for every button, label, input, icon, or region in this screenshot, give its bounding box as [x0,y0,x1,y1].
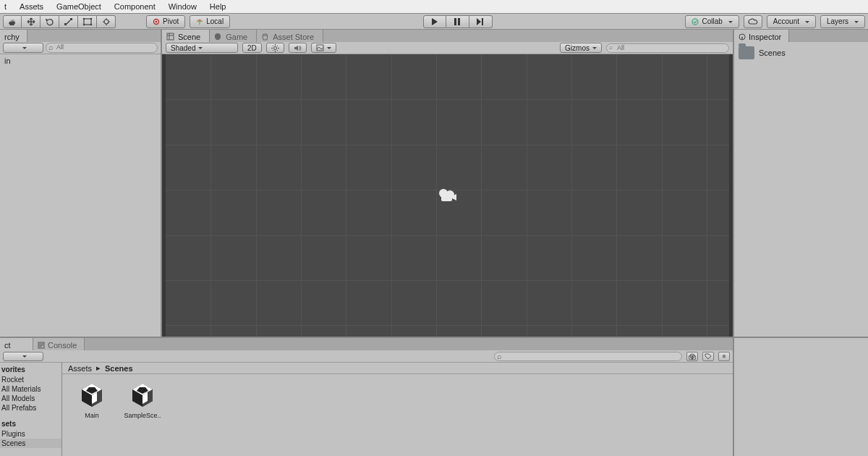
asset-label: SampleSce.. [124,412,161,419]
store-icon [261,33,269,41]
pivot-label: Pivot [163,17,179,25]
breadcrumb-assets[interactable]: Assets [68,364,92,373]
local-icon [196,18,203,25]
move-tool[interactable] [22,15,41,28]
asset-grid[interactable]: Main SampleSce.. [62,374,733,456]
breadcrumb-scenes[interactable]: Scenes [105,364,133,373]
project-tree[interactable]: vorites Rocket All Materials All Models … [0,363,62,456]
top-toolbar: Pivot Local Collab Account Layers [0,14,868,30]
svg-rect-10 [454,18,456,25]
hierarchy-panel: rchy All in [0,30,162,337]
svg-point-13 [692,19,698,25]
project-search[interactable] [494,352,682,361]
scene-fx-toggle[interactable] [311,43,336,53]
asset-label: Main [85,412,99,419]
svg-rect-19 [441,195,452,201]
scene-toolbar: Shaded 2D Gizmos ⌕All [162,42,733,54]
account-dropdown[interactable]: Account [767,15,816,28]
hierarchy-search[interactable]: All [46,43,158,53]
play-button[interactable] [423,15,446,28]
tree-item-scenes[interactable]: Scenes [0,439,61,448]
svg-rect-0 [64,23,67,25]
unity-scene-icon [77,380,107,410]
scene-search[interactable]: ⌕All [606,43,729,53]
svg-point-5 [82,23,85,25]
scene-tab[interactable]: Scene [162,30,210,42]
scene-lighting-toggle[interactable] [266,43,284,53]
scene-2d-toggle[interactable]: 2D [242,43,262,53]
scene-tabbar: Scene Game Asset Store [162,30,733,42]
hierarchy-scene-item[interactable]: in [0,56,161,66]
unity-scene-icon [127,380,158,410]
asset-store-tab[interactable]: Asset Store [257,30,323,42]
breadcrumb: Assets ▸ Scenes [62,363,733,374]
favorite-button[interactable] [718,352,730,361]
transform-tools [3,15,116,28]
project-tabbar: ct Console [0,338,733,350]
hierarchy-tab[interactable]: rchy [0,30,27,42]
project-content: Assets ▸ Scenes Main Sa [62,363,733,456]
scene-panel: Scene Game Asset Store Shaded 2D Gizmos … [162,30,734,337]
inspector-folder-row[interactable]: Scenes [739,46,864,59]
asset-item[interactable]: Main [74,380,110,450]
cloud-button[interactable] [744,15,762,28]
gizmos-dropdown[interactable]: Gizmos [560,43,602,53]
favorite-item[interactable]: All Materials [0,384,61,394]
pivot-toggle[interactable]: Pivot [146,15,185,28]
step-button[interactable] [469,15,493,28]
menu-help[interactable]: Help [207,1,229,12]
pause-button[interactable] [446,15,469,28]
hand-tool[interactable] [3,15,22,28]
collab-label: Collab [702,17,722,25]
collab-icon [692,18,699,25]
account-label: Account [773,17,799,25]
favorite-item[interactable]: All Models [0,394,61,403]
scale-tool[interactable] [59,15,78,28]
hierarchy-tree[interactable]: in [0,54,161,337]
menu-edit[interactable]: t [1,1,9,12]
project-toolbar [0,350,733,363]
svg-point-4 [90,17,92,20]
layers-label: Layers [827,17,848,25]
favorite-item[interactable]: All Prefabs [0,403,61,413]
inspector-tab[interactable]: Inspector [734,30,789,42]
rotate-tool[interactable] [41,15,59,28]
create-dropdown[interactable] [3,43,43,53]
folder-icon [739,46,754,59]
inspector-panel: Inspector Scenes [734,30,868,337]
favorite-item[interactable]: Rocket [0,375,61,384]
svg-point-7 [104,20,109,24]
collab-dropdown[interactable]: Collab [685,15,739,28]
console-icon [38,342,45,349]
tree-item-plugins[interactable]: Plugins [0,429,61,439]
picture-icon [316,44,324,52]
scene-audio-toggle[interactable] [289,43,307,53]
audio-icon [294,44,302,52]
cloud-icon [748,18,758,25]
sun-icon [271,44,279,52]
rect-tool[interactable] [78,15,97,28]
svg-rect-11 [458,18,460,25]
filter-label-button[interactable] [702,352,714,361]
local-toggle[interactable]: Local [190,15,230,28]
inspector-folder-label: Scenes [759,48,786,57]
scene-viewport[interactable] [162,54,733,337]
menu-gameobject[interactable]: GameObject [54,1,104,12]
console-tab[interactable]: Console [33,338,85,350]
game-tab[interactable]: Game [210,30,257,42]
filter-type-button[interactable] [686,352,698,361]
project-create-dropdown[interactable] [3,352,43,361]
layers-dropdown[interactable]: Layers [820,15,865,28]
menu-assets[interactable]: Assets [17,1,46,12]
hierarchy-tabbar: rchy [0,30,161,42]
project-tab[interactable]: ct [0,338,33,350]
asset-item[interactable]: SampleSce.. [124,380,161,450]
pivot-icon [153,18,160,25]
svg-point-3 [82,17,85,20]
shading-dropdown[interactable]: Shaded [166,43,238,53]
inspector-lower-panel [734,338,868,456]
menu-component[interactable]: Component [111,1,158,12]
menubar: t Assets GameObject Component Window Hel… [0,0,868,14]
unified-tool[interactable] [97,15,116,28]
menu-window[interactable]: Window [166,1,200,12]
